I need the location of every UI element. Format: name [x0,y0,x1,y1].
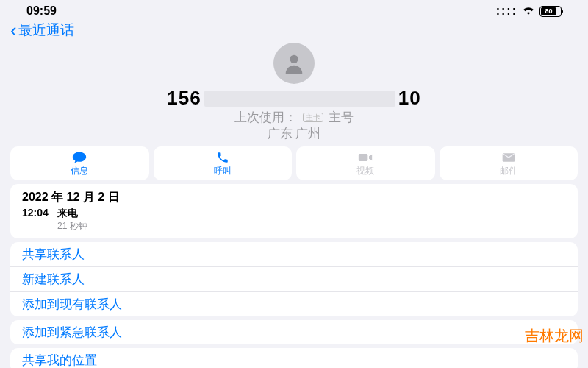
add-emergency-contact[interactable]: 添加到紧急联系人 [10,320,578,344]
mail-button: 邮件 [440,146,578,180]
create-contact[interactable]: 新建联系人 [10,267,578,292]
contact-header: 156 10 上次使用： 主卡 主号 广东 广州 [0,43,588,146]
watermark: 吉林龙网 [525,326,584,346]
video-button: 视频 [296,146,435,180]
back-label: 最近通话 [18,21,74,40]
message-button[interactable]: 信息 [10,146,149,180]
action-row: 信息 呼叫 视频 邮件 [0,146,588,184]
share-location[interactable]: 共享我的位置 [10,348,578,368]
svg-point-0 [290,55,298,63]
back-button[interactable]: ‹ 最近通话 [0,19,588,43]
call-type: 来电 [57,207,78,220]
status-bar: 09:59 :::: 80 [0,0,588,19]
call-log-card: 2022 年 12 月 2 日 12:04 来电 21 秒钟 [10,184,578,238]
phone-icon [154,151,293,164]
svg-rect-1 [359,154,368,161]
emergency-card: 添加到紧急联系人 [10,320,578,344]
phone-number: 156 10 [0,87,588,110]
video-icon [296,151,435,164]
call-duration: 21 秒钟 [57,220,566,233]
location: 广东 广州 [0,126,588,142]
sim-label: 主号 [329,110,354,124]
wifi-icon [522,4,535,18]
contact-actions-card: 共享联系人 新建联系人 添加到现有联系人 [10,242,578,316]
call-button[interactable]: 呼叫 [154,146,293,180]
clock: 09:59 [26,4,57,18]
sim-badge: 主卡 [303,113,323,122]
redacted-block [204,91,395,107]
battery-icon: 80 [539,6,562,17]
share-contact[interactable]: 共享联系人 [10,242,578,267]
signal-icon: :::: [496,4,517,18]
call-date: 2022 年 12 月 2 日 [22,190,566,205]
message-icon [10,151,149,164]
call-time: 12:04 [22,207,49,220]
last-used-label: 上次使用： [234,110,297,124]
share-location-card: 共享我的位置 [10,348,578,368]
mail-icon [440,151,578,164]
add-existing-contact[interactable]: 添加到现有联系人 [10,292,578,316]
chevron-left-icon: ‹ [10,21,17,40]
avatar [273,43,315,84]
